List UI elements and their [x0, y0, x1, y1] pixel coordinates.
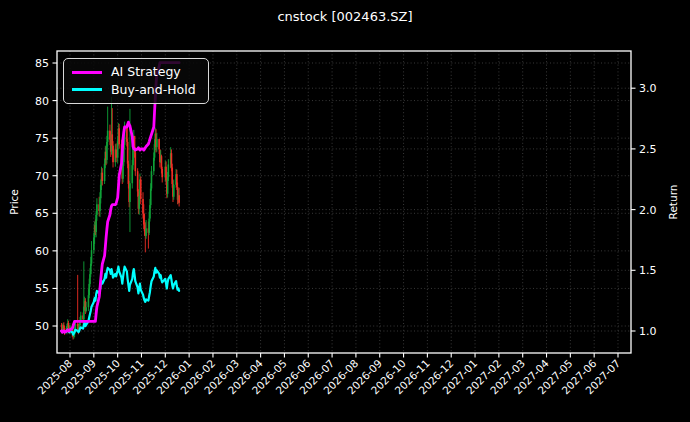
- price-tick-label: 55: [35, 282, 49, 295]
- candle-body: [112, 146, 114, 163]
- price-tick-label: 60: [35, 245, 49, 258]
- legend: AI Strategy Buy-and-Hold: [63, 58, 209, 104]
- candle-body: [85, 307, 87, 311]
- candle-body: [145, 228, 147, 236]
- y-axis-label-return: Return: [667, 185, 679, 220]
- candle-body: [115, 149, 117, 157]
- candle-body: [158, 139, 160, 150]
- price-tick-label: 80: [35, 95, 49, 108]
- price-tick-label: 85: [35, 57, 49, 70]
- candle-body: [156, 139, 158, 147]
- candle-body: [128, 164, 130, 184]
- buy-and-hold-line-swatch: [72, 88, 102, 91]
- legend-label: AI Strategy: [111, 66, 181, 79]
- candle-body: [129, 183, 131, 202]
- candle-body: [137, 171, 139, 191]
- candle-body: [151, 171, 153, 188]
- price-tick-label: 70: [35, 170, 49, 183]
- candle-body: [80, 315, 82, 320]
- price-tick-label: 50: [35, 320, 49, 333]
- price-tick-label: 65: [35, 207, 49, 220]
- candle-body: [107, 131, 109, 142]
- legend-item-buy-and-hold: Buy-and-Hold: [72, 84, 200, 97]
- ai-strategy-line-swatch: [72, 71, 102, 74]
- chart-figure: cnstock [002463.SZ] 2025-082025-092025-1…: [0, 0, 690, 422]
- return-tick-label: 1.0: [639, 325, 657, 338]
- return-tick-label: 3.0: [639, 82, 657, 95]
- legend-label: Buy-and-Hold: [111, 84, 196, 97]
- candle-body: [91, 250, 93, 264]
- return-tick-label: 2.5: [639, 143, 657, 156]
- candle-body: [161, 169, 163, 177]
- candle-body: [118, 128, 120, 144]
- candle-body: [150, 188, 152, 205]
- return-tick-label: 2.0: [639, 204, 657, 217]
- candle-body: [178, 195, 180, 203]
- y-axis-label-price: Price: [8, 189, 20, 215]
- candle-body: [127, 142, 129, 164]
- price-tick-label: 75: [35, 132, 49, 145]
- candle-body: [101, 173, 103, 181]
- candle-body: [173, 185, 175, 197]
- legend-item-ai-strategy: AI Strategy: [72, 66, 200, 79]
- candle-body: [140, 179, 142, 199]
- candle-body: [168, 164, 170, 177]
- candle-body: [96, 204, 98, 215]
- candle-body: [135, 152, 137, 171]
- return-tick-label: 1.5: [639, 264, 657, 277]
